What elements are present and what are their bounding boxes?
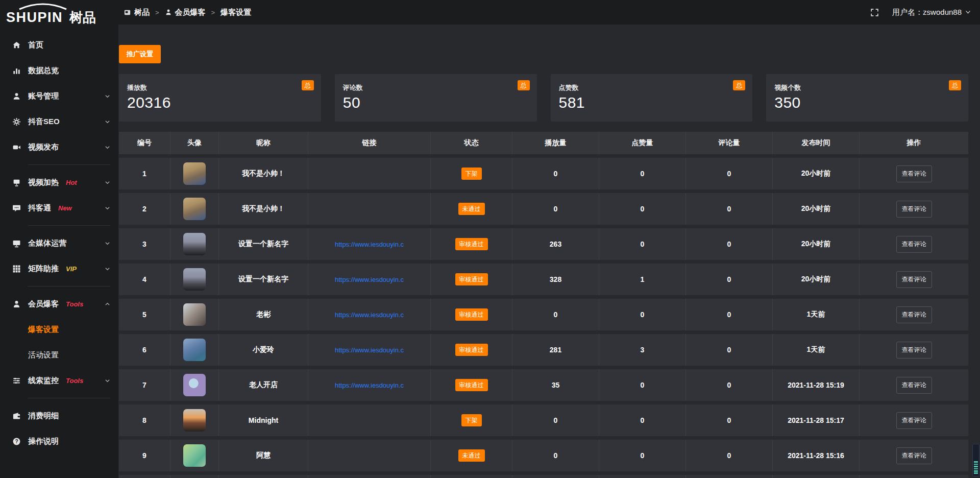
cell-link: https://www.iesdouyin.c xyxy=(308,228,430,260)
sidebar-item-label: 抖音SEO xyxy=(28,117,60,127)
breadcrumb-label: 会员爆客 xyxy=(175,8,206,17)
video-link[interactable]: https://www.iesdouyin.c xyxy=(335,241,404,248)
video-link[interactable]: https://www.iesdouyin.c xyxy=(335,346,404,354)
sidebar-item[interactable]: 抖音SEO xyxy=(0,109,118,134)
cell-likes: 0 xyxy=(599,369,685,401)
view-comments-button[interactable]: 查看评论 xyxy=(896,412,932,429)
sidebar-item[interactable]: 数据总览 xyxy=(0,58,118,83)
fullscreen-icon[interactable] xyxy=(870,8,879,17)
stat-card-comments: 评论数 50 总 xyxy=(335,74,537,122)
cell-id: 2 xyxy=(119,193,170,225)
cell-avatar xyxy=(170,440,218,471)
sidebar-item[interactable]: 矩阵助推 VIP xyxy=(0,256,118,281)
video-link[interactable]: https://www.iesdouyin.c xyxy=(335,276,404,283)
cell-nickname: 我不是小帅！ xyxy=(218,193,308,225)
cell-status: 审核通过 xyxy=(430,369,512,401)
promotion-settings-button[interactable]: 推广设置 xyxy=(119,45,161,63)
cell-action: 查看评论 xyxy=(859,334,968,366)
stat-value: 20316 xyxy=(127,94,313,111)
cell-avatar xyxy=(170,369,218,401)
corner-widget[interactable] xyxy=(972,444,979,476)
breadcrumb-item-home[interactable]: 树品 xyxy=(124,8,150,17)
sidebar-subitem[interactable]: 爆客设置 xyxy=(0,317,118,342)
cell-time: 20小时前 xyxy=(772,158,859,189)
column-header: 编号 xyxy=(119,132,170,154)
cell-time: 2021-11-28 15:19 xyxy=(772,369,859,401)
cell-action: 查看评论 xyxy=(859,404,968,436)
column-header: 链接 xyxy=(308,132,430,154)
sidebar-item-label: 全媒体运营 xyxy=(28,238,66,248)
view-comments-button[interactable]: 查看评论 xyxy=(896,342,932,358)
videos-table: 编号头像昵称链接状态播放量点赞量评论量发布时间操作 1 我不是小帅！ 下架 0 … xyxy=(119,132,968,478)
table-row: 10 xyxy=(119,475,968,478)
view-comments-button[interactable]: 查看评论 xyxy=(896,306,932,323)
help-icon xyxy=(12,437,21,446)
cell-nickname: 我不是小帅！ xyxy=(218,158,308,189)
user-menu[interactable]: 用户名：zswodun88 xyxy=(892,8,971,17)
breadcrumb-item-section[interactable]: 会员爆客 xyxy=(165,8,206,17)
view-comments-button[interactable]: 查看评论 xyxy=(896,236,932,253)
wallet-icon xyxy=(12,412,21,420)
column-header: 昵称 xyxy=(218,132,308,154)
cell-link: https://www.iesdouyin.c xyxy=(308,299,430,330)
corner-widget-stripes xyxy=(974,461,978,475)
cell-id: 1 xyxy=(119,158,170,189)
sidebar-item-label: 操作说明 xyxy=(28,437,59,446)
cell-link xyxy=(308,475,430,478)
bar-chart-icon xyxy=(12,66,21,75)
cell-id: 7 xyxy=(119,369,170,401)
video-link[interactable]: https://www.iesdouyin.c xyxy=(335,381,404,389)
view-comments-button[interactable]: 查看评论 xyxy=(896,377,932,394)
cell-plays: 35 xyxy=(512,369,599,401)
app-logo[interactable]: SHUPIN 树品 xyxy=(0,0,118,29)
sidebar-item[interactable]: 视频发布 xyxy=(0,134,118,160)
status-badge: 审核通过 xyxy=(455,344,488,356)
cell-comments: 0 xyxy=(685,334,772,366)
status-badge: 审核通过 xyxy=(455,273,488,285)
status-badge: 审核通过 xyxy=(455,379,488,391)
sidebar-item[interactable]: 抖客通 New xyxy=(0,195,118,221)
cell-likes: 0 xyxy=(599,404,685,436)
grid-icon xyxy=(12,265,21,273)
sidebar-item[interactable]: 全媒体运营 xyxy=(0,230,118,256)
cell-nickname: 设置一个新名字 xyxy=(218,228,308,260)
username-label: 用户名：zswodun88 xyxy=(892,8,962,17)
chevron-up-icon xyxy=(105,301,110,307)
cell-link: https://www.iesdouyin.c xyxy=(308,369,430,401)
sidebar-item[interactable]: 首页 xyxy=(0,32,118,58)
status-badge: 未通过 xyxy=(458,449,485,462)
app-window: SHUPIN 树品 首页 数据总览 账号管理 抖音SEO 视频发布 视频加热 H… xyxy=(0,0,980,478)
table-row: 2 我不是小帅！ 未通过 0 0 0 20小时前 查看评论 xyxy=(119,193,968,225)
stat-value: 350 xyxy=(774,94,960,111)
sidebar-item[interactable]: 账号管理 xyxy=(0,83,118,109)
sidebar-divider xyxy=(28,225,110,226)
stat-label: 播放数 xyxy=(127,83,313,92)
sidebar-item[interactable]: 会员爆客 Tools xyxy=(0,291,118,317)
cell-nickname: 小爱玲 xyxy=(218,334,308,366)
cell-status: 审核通过 xyxy=(430,334,512,366)
sidebar-item[interactable]: 消费明细 xyxy=(0,403,118,428)
sidebar-divider xyxy=(28,286,110,286)
chevron-down-icon xyxy=(105,241,110,246)
view-comments-button[interactable]: 查看评论 xyxy=(896,271,932,288)
breadcrumb-app-icon xyxy=(124,9,131,16)
view-comments-button[interactable]: 查看评论 xyxy=(896,165,932,182)
sidebar-item-label: 数据总览 xyxy=(28,66,59,76)
logo-suffix: 树品 xyxy=(69,10,96,25)
sidebar-item-label: 消费明细 xyxy=(28,411,59,421)
sidebar-subitem[interactable]: 活动设置 xyxy=(0,342,118,368)
view-comments-button[interactable]: 查看评论 xyxy=(896,447,932,464)
sidebar-item-label: 线索监控 xyxy=(28,376,59,386)
cell-status xyxy=(430,475,512,478)
video-link[interactable]: https://www.iesdouyin.c xyxy=(335,311,404,319)
view-comments-button[interactable]: 查看评论 xyxy=(896,201,932,218)
cell-plays: 263 xyxy=(512,228,599,260)
heat-icon xyxy=(12,178,21,187)
sidebar-item-label: 首页 xyxy=(28,40,43,50)
table-row: 7 老人开店 https://www.iesdouyin.c 审核通过 35 0… xyxy=(119,369,968,401)
sidebar-item[interactable]: 视频加热 Hot xyxy=(0,170,118,195)
table-row: 3 设置一个新名字 https://www.iesdouyin.c 审核通过 2… xyxy=(119,228,968,260)
sidebar-item[interactable]: 操作说明 xyxy=(0,428,118,454)
sidebar-item[interactable]: 线索监控 Tools xyxy=(0,368,118,393)
chevron-down-icon xyxy=(105,378,110,384)
